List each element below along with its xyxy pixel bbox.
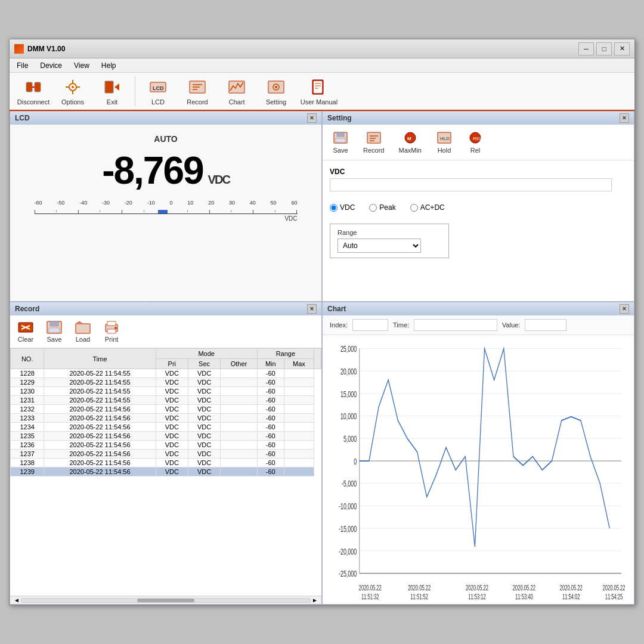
svg-rect-29 [367,132,380,143]
cell-max [284,387,314,396]
cell-no: 1239 [11,467,44,476]
setting-maxmin-button[interactable]: M MaxMin [396,129,424,155]
chart-toolbar-button[interactable]: Chart [218,74,256,109]
setting-toolbar-button[interactable]: Setting [257,74,295,109]
table-row[interactable]: 1236 2020-05-22 11:54:56 VDC VDC -60 [11,441,321,450]
svg-rect-48 [107,329,116,333]
cell-pri: VDC [156,396,188,405]
cell-no: 1238 [11,459,44,467]
record-toolbar: Clear Save [10,315,321,348]
setting-panel-header: Setting ✕ [323,112,634,125]
record-load-button[interactable]: Load [72,319,94,344]
index-input[interactable] [352,319,388,331]
chart-toolbar-label: Chart [229,98,245,106]
close-button[interactable]: ✕ [614,42,630,55]
radio-peak-input[interactable] [369,204,377,212]
svg-rect-17 [229,81,244,93]
table-row[interactable]: 1239 2020-05-22 11:54:56 VDC VDC -60 [11,467,321,476]
table-row[interactable]: 1235 2020-05-22 11:54:56 VDC VDC -60 [11,432,321,441]
svg-text:2020.05.22: 2020.05.22 [466,584,488,592]
setting-panel-close[interactable]: ✕ [620,113,629,123]
chart-panel-close[interactable]: ✕ [620,304,629,314]
hscroll-track[interactable] [21,598,311,603]
cell-max [284,459,314,467]
table-hscroll[interactable]: ◄ ► [10,596,321,604]
svg-text:HLD: HLD [440,136,450,141]
cell-min: -60 [257,459,284,467]
menu-view[interactable]: View [69,60,94,71]
table-row[interactable]: 1228 2020-05-22 11:54:55 VDC VDC -60 [11,369,321,378]
setting-save-button[interactable]: Save [330,129,351,155]
svg-text:2020.05.22: 2020.05.22 [359,584,382,592]
col-mode: Mode [156,349,257,359]
record-icon [188,78,207,97]
svg-text:15,000: 15,000 [340,389,357,399]
options-button[interactable]: Options [54,74,92,109]
svg-rect-0 [26,82,32,92]
value-input[interactable] [525,319,566,331]
usermanual-button[interactable]: User Manual [296,74,342,109]
disconnect-button[interactable]: Disconnect [14,74,52,109]
cell-other [221,369,258,378]
record-panel-close[interactable]: ✕ [307,304,317,314]
cell-no: 1235 [11,432,44,441]
table-row[interactable]: 1229 2020-05-22 11:54:55 VDC VDC -60 [11,378,321,387]
hscroll-left[interactable]: ◄ [13,597,21,603]
lcd-panel-close[interactable]: ✕ [307,113,317,123]
setting-rel-button[interactable]: REL Rel [465,129,486,155]
table-row[interactable]: 1238 2020-05-22 11:54:56 VDC VDC -60 [11,459,321,467]
range-select[interactable]: Auto 200mV 2V 20V 200V 600V [338,239,421,253]
cell-other [221,414,258,423]
menu-help[interactable]: Help [97,60,121,71]
record-toolbar-button[interactable]: Record [178,74,216,109]
setting-rel-label: Rel [470,147,481,154]
record-print-button[interactable]: Print [101,319,122,344]
cell-min: -60 [257,432,284,441]
minimize-button[interactable]: ─ [578,42,594,55]
radio-acdc[interactable]: AC+DC [410,203,445,212]
exit-button[interactable]: Exit [93,74,131,109]
menu-file[interactable]: File [12,60,33,71]
record-save-button[interactable]: Save [44,319,65,344]
cell-time: 2020-05-22 11:54:56 [44,450,156,459]
lcd-button[interactable]: LCD LCD [139,74,177,109]
svg-marker-10 [114,83,119,91]
setting-hold-button[interactable]: HLD Hold [434,129,455,155]
chart-area: 25,000 20,000 15,000 10,000 5,000 0 -5,0… [323,335,634,604]
table-row[interactable]: 1234 2020-05-22 11:54:56 VDC VDC -60 [11,423,321,432]
hscroll-right[interactable]: ► [311,597,319,603]
svg-text:10,000: 10,000 [340,411,357,422]
setting-field-input[interactable] [330,178,612,191]
cell-pri: VDC [156,450,188,459]
table-row[interactable]: 1231 2020-05-22 11:54:55 VDC VDC -60 [11,396,321,405]
table-row[interactable]: 1232 2020-05-22 11:54:56 VDC VDC -60 [11,405,321,414]
cell-sec: VDC [188,441,220,450]
radio-peak[interactable]: Peak [369,203,395,212]
record-save-label: Save [47,336,61,343]
lcd-icon: LCD [148,78,168,97]
cell-pri: VDC [156,378,188,387]
cell-other [221,378,258,387]
table-row[interactable]: 1230 2020-05-22 11:54:55 VDC VDC -60 [11,387,321,396]
load-icon [75,320,91,335]
table-row[interactable]: 1237 2020-05-22 11:54:56 VDC VDC -60 [11,450,321,459]
cell-no: 1237 [11,450,44,459]
lcd-panel-title: LCD [15,114,30,122]
table-row[interactable]: 1233 2020-05-22 11:54:56 VDC VDC -60 [11,414,321,423]
record-clear-button[interactable]: Clear [15,319,36,344]
radio-acdc-input[interactable] [410,204,418,212]
cell-min: -60 [257,405,284,414]
svg-text:LCD: LCD [153,85,164,91]
table-scroll[interactable]: NO. Time Mode Range Pri Sec Other [10,348,321,596]
radio-vdc-input[interactable] [330,204,338,212]
options-icon [63,78,82,97]
cell-other [221,459,258,467]
menu-device[interactable]: Device [35,60,67,71]
setting-record-button[interactable]: Record [361,129,386,155]
svg-text:-15,000: -15,000 [339,524,357,534]
maximize-button[interactable]: □ [596,42,612,55]
time-input[interactable] [414,319,497,331]
window-controls: ─ □ ✕ [578,42,630,55]
hscroll-thumb[interactable] [137,599,195,602]
radio-vdc[interactable]: VDC [330,203,355,212]
